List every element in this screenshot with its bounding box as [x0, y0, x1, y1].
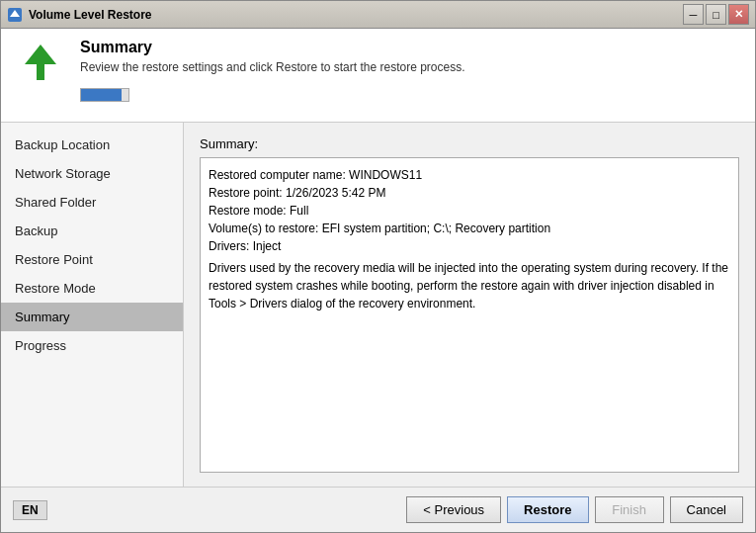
- language-button[interactable]: EN: [13, 500, 47, 520]
- summary-box[interactable]: Restored computer name: WINDOWS11 Restor…: [200, 157, 739, 473]
- main-content: Backup Location Network Storage Shared F…: [1, 123, 755, 487]
- main-window: Volume Level Restore ─ □ ✕ Summary Revie…: [0, 0, 756, 533]
- maximize-button[interactable]: □: [706, 4, 726, 25]
- sidebar-item-shared-folder[interactable]: Shared Folder: [1, 188, 183, 217]
- sidebar-item-network-storage[interactable]: Network Storage: [1, 159, 183, 188]
- progress-bar-fill: [81, 89, 122, 101]
- summary-line-2: Restore point: 1/26/2023 5:42 PM: [209, 184, 730, 202]
- summary-line-5: Drivers: Inject: [209, 237, 730, 255]
- summary-line-1: Restored computer name: WINDOWS11: [209, 166, 730, 184]
- summary-line-3: Restore mode: Full: [209, 202, 730, 220]
- window-controls: ─ □ ✕: [683, 4, 749, 25]
- title-bar: Volume Level Restore ─ □ ✕: [1, 1, 755, 29]
- footer: EN < Previous Restore Finish Cancel: [1, 487, 755, 532]
- header-area: Summary Review the restore settings and …: [1, 29, 755, 123]
- close-button[interactable]: ✕: [728, 4, 749, 25]
- sidebar-item-summary[interactable]: Summary: [1, 303, 183, 331]
- cancel-button[interactable]: Cancel: [670, 496, 743, 523]
- minimize-button[interactable]: ─: [683, 4, 704, 25]
- sidebar: Backup Location Network Storage Shared F…: [1, 123, 184, 487]
- header-description: Review the restore settings and click Re…: [80, 60, 739, 74]
- window-title: Volume Level Restore: [29, 8, 683, 22]
- summary-line-6: Drivers used by the recovery media will …: [209, 259, 730, 312]
- sidebar-item-backup[interactable]: Backup: [1, 217, 183, 245]
- finish-button[interactable]: Finish: [595, 496, 664, 523]
- right-panel: Summary: Restored computer name: WINDOWS…: [184, 123, 755, 487]
- svg-marker-2: [25, 44, 56, 80]
- sidebar-item-backup-location[interactable]: Backup Location: [1, 131, 183, 159]
- restore-icon: [17, 39, 64, 86]
- summary-line-4: Volume(s) to restore: EFI system partiti…: [209, 220, 730, 237]
- header-title: Summary: [80, 39, 739, 56]
- window-icon: [7, 7, 23, 23]
- restore-button[interactable]: Restore: [507, 496, 588, 523]
- summary-label: Summary:: [200, 136, 739, 151]
- header-progress-bar: [80, 88, 129, 102]
- sidebar-item-progress[interactable]: Progress: [1, 331, 183, 360]
- header-text: Summary Review the restore settings and …: [80, 39, 739, 102]
- footer-buttons: < Previous Restore Finish Cancel: [406, 496, 743, 523]
- previous-button[interactable]: < Previous: [406, 496, 501, 523]
- sidebar-item-restore-mode[interactable]: Restore Mode: [1, 274, 183, 303]
- sidebar-item-restore-point[interactable]: Restore Point: [1, 245, 183, 274]
